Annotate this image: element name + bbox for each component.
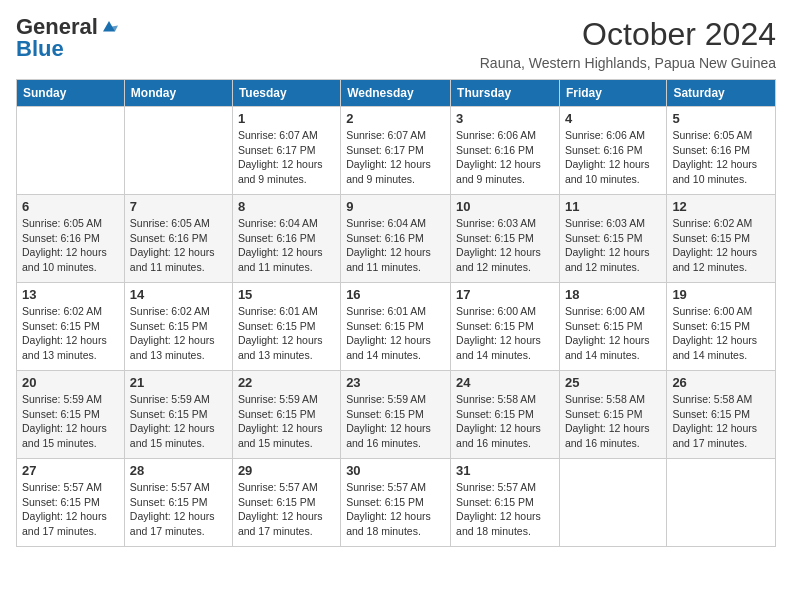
- day-info: Sunrise: 6:00 AM Sunset: 6:15 PM Dayligh…: [456, 304, 554, 363]
- title-area: October 2024 Rauna, Western Highlands, P…: [480, 16, 776, 71]
- day-info: Sunrise: 5:57 AM Sunset: 6:15 PM Dayligh…: [346, 480, 445, 539]
- weekday-header-sunday: Sunday: [17, 80, 125, 107]
- day-info: Sunrise: 5:57 AM Sunset: 6:15 PM Dayligh…: [22, 480, 119, 539]
- weekday-header-tuesday: Tuesday: [232, 80, 340, 107]
- day-cell: 9Sunrise: 6:04 AM Sunset: 6:16 PM Daylig…: [341, 195, 451, 283]
- day-info: Sunrise: 5:59 AM Sunset: 6:15 PM Dayligh…: [22, 392, 119, 451]
- day-number: 25: [565, 375, 661, 390]
- day-number: 21: [130, 375, 227, 390]
- day-number: 1: [238, 111, 335, 126]
- day-info: Sunrise: 6:06 AM Sunset: 6:16 PM Dayligh…: [456, 128, 554, 187]
- logo: General Blue: [16, 16, 118, 60]
- day-cell: [124, 107, 232, 195]
- day-cell: 22Sunrise: 5:59 AM Sunset: 6:15 PM Dayli…: [232, 371, 340, 459]
- day-cell: 25Sunrise: 5:58 AM Sunset: 6:15 PM Dayli…: [559, 371, 666, 459]
- day-cell: 27Sunrise: 5:57 AM Sunset: 6:15 PM Dayli…: [17, 459, 125, 547]
- day-cell: 6Sunrise: 6:05 AM Sunset: 6:16 PM Daylig…: [17, 195, 125, 283]
- day-info: Sunrise: 6:00 AM Sunset: 6:15 PM Dayligh…: [672, 304, 770, 363]
- week-row-1: 1Sunrise: 6:07 AM Sunset: 6:17 PM Daylig…: [17, 107, 776, 195]
- day-info: Sunrise: 6:05 AM Sunset: 6:16 PM Dayligh…: [22, 216, 119, 275]
- day-info: Sunrise: 5:57 AM Sunset: 6:15 PM Dayligh…: [238, 480, 335, 539]
- logo-icon: [100, 18, 118, 36]
- day-info: Sunrise: 5:59 AM Sunset: 6:15 PM Dayligh…: [346, 392, 445, 451]
- day-cell: 21Sunrise: 5:59 AM Sunset: 6:15 PM Dayli…: [124, 371, 232, 459]
- day-number: 19: [672, 287, 770, 302]
- day-info: Sunrise: 5:59 AM Sunset: 6:15 PM Dayligh…: [238, 392, 335, 451]
- day-cell: 5Sunrise: 6:05 AM Sunset: 6:16 PM Daylig…: [667, 107, 776, 195]
- day-cell: 30Sunrise: 5:57 AM Sunset: 6:15 PM Dayli…: [341, 459, 451, 547]
- day-cell: 26Sunrise: 5:58 AM Sunset: 6:15 PM Dayli…: [667, 371, 776, 459]
- day-cell: 13Sunrise: 6:02 AM Sunset: 6:15 PM Dayli…: [17, 283, 125, 371]
- weekday-header-thursday: Thursday: [451, 80, 560, 107]
- day-number: 8: [238, 199, 335, 214]
- day-info: Sunrise: 6:07 AM Sunset: 6:17 PM Dayligh…: [238, 128, 335, 187]
- day-cell: 28Sunrise: 5:57 AM Sunset: 6:15 PM Dayli…: [124, 459, 232, 547]
- day-info: Sunrise: 6:07 AM Sunset: 6:17 PM Dayligh…: [346, 128, 445, 187]
- day-cell: 4Sunrise: 6:06 AM Sunset: 6:16 PM Daylig…: [559, 107, 666, 195]
- day-info: Sunrise: 6:04 AM Sunset: 6:16 PM Dayligh…: [238, 216, 335, 275]
- day-info: Sunrise: 6:06 AM Sunset: 6:16 PM Dayligh…: [565, 128, 661, 187]
- day-number: 27: [22, 463, 119, 478]
- day-cell: 1Sunrise: 6:07 AM Sunset: 6:17 PM Daylig…: [232, 107, 340, 195]
- day-cell: 29Sunrise: 5:57 AM Sunset: 6:15 PM Dayli…: [232, 459, 340, 547]
- week-row-2: 6Sunrise: 6:05 AM Sunset: 6:16 PM Daylig…: [17, 195, 776, 283]
- day-info: Sunrise: 6:05 AM Sunset: 6:16 PM Dayligh…: [672, 128, 770, 187]
- logo-blue-text: Blue: [16, 36, 64, 61]
- day-number: 24: [456, 375, 554, 390]
- day-cell: 18Sunrise: 6:00 AM Sunset: 6:15 PM Dayli…: [559, 283, 666, 371]
- day-number: 16: [346, 287, 445, 302]
- day-number: 22: [238, 375, 335, 390]
- week-row-3: 13Sunrise: 6:02 AM Sunset: 6:15 PM Dayli…: [17, 283, 776, 371]
- day-number: 30: [346, 463, 445, 478]
- day-info: Sunrise: 5:57 AM Sunset: 6:15 PM Dayligh…: [130, 480, 227, 539]
- weekday-header-friday: Friday: [559, 80, 666, 107]
- day-info: Sunrise: 6:05 AM Sunset: 6:16 PM Dayligh…: [130, 216, 227, 275]
- day-number: 2: [346, 111, 445, 126]
- day-number: 13: [22, 287, 119, 302]
- day-number: 29: [238, 463, 335, 478]
- day-cell: [667, 459, 776, 547]
- day-cell: 7Sunrise: 6:05 AM Sunset: 6:16 PM Daylig…: [124, 195, 232, 283]
- weekday-header-row: SundayMondayTuesdayWednesdayThursdayFrid…: [17, 80, 776, 107]
- day-cell: [17, 107, 125, 195]
- day-info: Sunrise: 6:04 AM Sunset: 6:16 PM Dayligh…: [346, 216, 445, 275]
- day-number: 28: [130, 463, 227, 478]
- week-row-4: 20Sunrise: 5:59 AM Sunset: 6:15 PM Dayli…: [17, 371, 776, 459]
- day-info: Sunrise: 6:00 AM Sunset: 6:15 PM Dayligh…: [565, 304, 661, 363]
- day-number: 4: [565, 111, 661, 126]
- day-number: 14: [130, 287, 227, 302]
- day-info: Sunrise: 6:03 AM Sunset: 6:15 PM Dayligh…: [565, 216, 661, 275]
- header: General Blue October 2024 Rauna, Western…: [16, 16, 776, 71]
- day-number: 31: [456, 463, 554, 478]
- logo-text: General: [16, 16, 98, 38]
- day-number: 9: [346, 199, 445, 214]
- location-title: Rauna, Western Highlands, Papua New Guin…: [480, 55, 776, 71]
- day-info: Sunrise: 6:02 AM Sunset: 6:15 PM Dayligh…: [130, 304, 227, 363]
- day-cell: 16Sunrise: 6:01 AM Sunset: 6:15 PM Dayli…: [341, 283, 451, 371]
- day-cell: 11Sunrise: 6:03 AM Sunset: 6:15 PM Dayli…: [559, 195, 666, 283]
- day-info: Sunrise: 6:01 AM Sunset: 6:15 PM Dayligh…: [238, 304, 335, 363]
- day-cell: 19Sunrise: 6:00 AM Sunset: 6:15 PM Dayli…: [667, 283, 776, 371]
- day-cell: 14Sunrise: 6:02 AM Sunset: 6:15 PM Dayli…: [124, 283, 232, 371]
- day-number: 18: [565, 287, 661, 302]
- day-number: 15: [238, 287, 335, 302]
- day-info: Sunrise: 6:02 AM Sunset: 6:15 PM Dayligh…: [672, 216, 770, 275]
- day-info: Sunrise: 5:58 AM Sunset: 6:15 PM Dayligh…: [672, 392, 770, 451]
- day-info: Sunrise: 6:03 AM Sunset: 6:15 PM Dayligh…: [456, 216, 554, 275]
- day-cell: 12Sunrise: 6:02 AM Sunset: 6:15 PM Dayli…: [667, 195, 776, 283]
- day-cell: 8Sunrise: 6:04 AM Sunset: 6:16 PM Daylig…: [232, 195, 340, 283]
- weekday-header-wednesday: Wednesday: [341, 80, 451, 107]
- day-info: Sunrise: 5:59 AM Sunset: 6:15 PM Dayligh…: [130, 392, 227, 451]
- weekday-header-monday: Monday: [124, 80, 232, 107]
- day-cell: 24Sunrise: 5:58 AM Sunset: 6:15 PM Dayli…: [451, 371, 560, 459]
- day-cell: 31Sunrise: 5:57 AM Sunset: 6:15 PM Dayli…: [451, 459, 560, 547]
- day-number: 23: [346, 375, 445, 390]
- day-number: 17: [456, 287, 554, 302]
- day-info: Sunrise: 5:58 AM Sunset: 6:15 PM Dayligh…: [456, 392, 554, 451]
- day-number: 11: [565, 199, 661, 214]
- weekday-header-saturday: Saturday: [667, 80, 776, 107]
- day-info: Sunrise: 6:02 AM Sunset: 6:15 PM Dayligh…: [22, 304, 119, 363]
- day-number: 3: [456, 111, 554, 126]
- day-cell: 23Sunrise: 5:59 AM Sunset: 6:15 PM Dayli…: [341, 371, 451, 459]
- day-info: Sunrise: 6:01 AM Sunset: 6:15 PM Dayligh…: [346, 304, 445, 363]
